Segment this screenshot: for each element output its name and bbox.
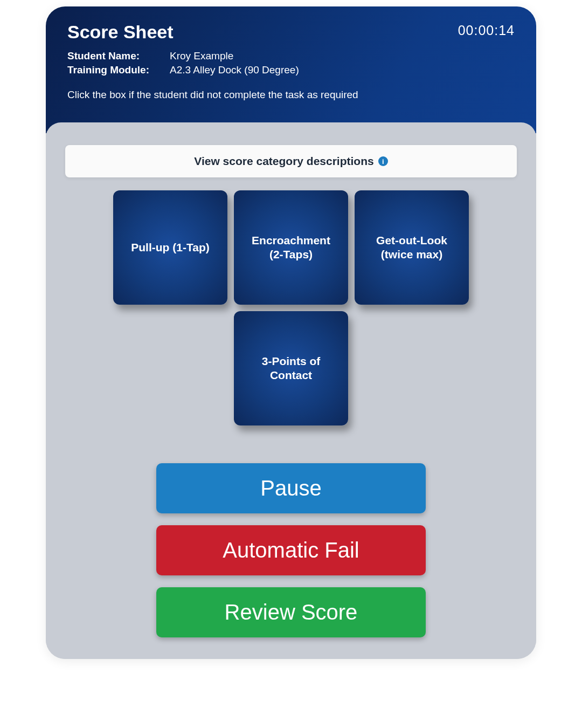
automatic-fail-button[interactable]: Automatic Fail: [156, 525, 426, 575]
score-sheet-header: Score Sheet 00:00:14 Student Name: Kroy …: [46, 6, 536, 133]
tile-encroachment[interactable]: Encroachment (2-Taps): [234, 190, 348, 305]
instruction-text: Click the box if the student did not com…: [67, 89, 515, 101]
student-name-label: Student Name:: [67, 50, 170, 62]
score-tiles: Pull-up (1-Tap) Encroachment (2-Taps) Ge…: [65, 190, 517, 425]
view-descriptions-label: View score category descriptions: [194, 155, 373, 168]
page-title: Score Sheet: [67, 22, 515, 43]
view-descriptions-button[interactable]: View score category descriptions i: [65, 145, 517, 177]
student-name-row: Student Name: Kroy Example: [67, 50, 515, 62]
tile-get-out-look[interactable]: Get-out-Look (twice max): [355, 190, 469, 305]
tile-label: Get-out-Look (twice max): [365, 233, 458, 262]
info-icon: i: [378, 156, 388, 166]
score-sheet-body: View score category descriptions i Pull-…: [46, 122, 536, 659]
pause-button[interactable]: Pause: [156, 463, 426, 513]
training-module-value: A2.3 Alley Dock (90 Degree): [170, 64, 299, 76]
tile-3-points-contact[interactable]: 3-Points of Contact: [234, 311, 348, 425]
action-buttons: Pause Automatic Fail Review Score: [156, 463, 426, 637]
student-name-value: Kroy Example: [170, 50, 233, 62]
review-score-button[interactable]: Review Score: [156, 587, 426, 637]
tile-label: Encroachment (2-Taps): [245, 233, 337, 262]
tile-label: Pull-up (1-Tap): [131, 241, 209, 255]
training-module-label: Training Module:: [67, 64, 170, 76]
timer-display: 00:00:14: [458, 23, 515, 38]
training-module-row: Training Module: A2.3 Alley Dock (90 Deg…: [67, 64, 515, 76]
tile-pull-up[interactable]: Pull-up (1-Tap): [113, 190, 227, 305]
score-sheet-card: Score Sheet 00:00:14 Student Name: Kroy …: [46, 6, 536, 659]
tile-label: 3-Points of Contact: [245, 354, 337, 383]
